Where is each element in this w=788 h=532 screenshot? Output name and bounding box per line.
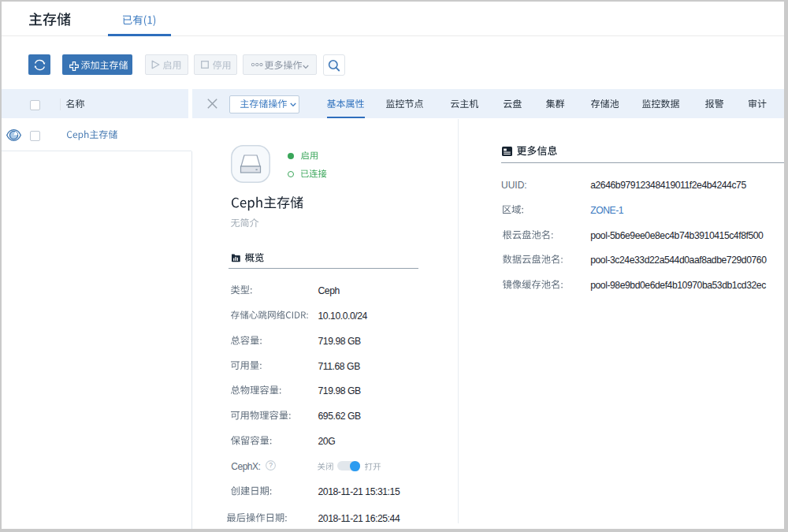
svg-text:?: ?: [269, 462, 273, 470]
